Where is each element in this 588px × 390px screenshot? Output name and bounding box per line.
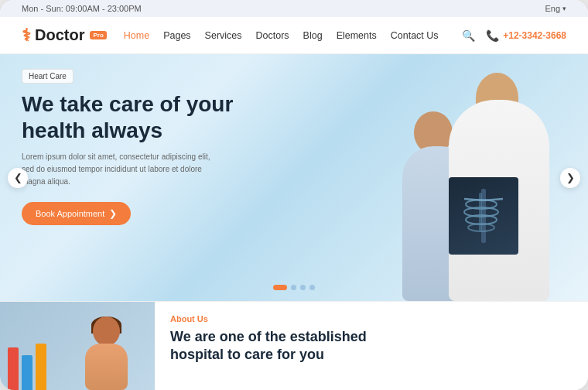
language-label: Eng xyxy=(545,4,560,13)
carousel-next-button[interactable]: ❯ xyxy=(560,168,580,188)
svg-line-7 xyxy=(484,199,503,200)
hero-title-line1: We take care of your xyxy=(22,92,233,116)
book-appointment-button[interactable]: Book Appointment ❯ xyxy=(22,202,131,225)
hero-section: Heart Care We take care of your health a… xyxy=(0,54,588,301)
chevron-right-icon: ❯ xyxy=(566,172,575,183)
hero-title: We take care of your health always xyxy=(22,91,233,143)
carousel-dot-1[interactable] xyxy=(273,285,287,290)
device-frame: Mon - Sun: 09:00AM - 23:00PM Eng ▾ ⚕ Doc… xyxy=(0,0,588,390)
business-hours: Mon - Sun: 09:00AM - 23:00PM xyxy=(22,4,142,13)
top-bar: Mon - Sun: 09:00AM - 23:00PM Eng ▾ xyxy=(0,0,588,17)
nav-links: Home Pages Services Doctors Blog Element… xyxy=(124,30,462,41)
book-1 xyxy=(8,347,19,390)
nav-pages[interactable]: Pages xyxy=(163,30,190,41)
logo-text: Doctor xyxy=(35,26,84,44)
person-body xyxy=(85,344,128,390)
book-appointment-label: Book Appointment xyxy=(36,209,104,218)
language-selector[interactable]: Eng ▾ xyxy=(545,4,566,13)
carousel-dot-2[interactable] xyxy=(291,285,296,290)
carousel-dots xyxy=(273,285,315,290)
about-title-line1: We are one of the established xyxy=(170,329,367,344)
chevron-down-icon: ▾ xyxy=(562,5,566,12)
hero-content: Heart Care We take care of your health a… xyxy=(22,68,233,225)
carousel-dot-3[interactable] xyxy=(300,285,306,290)
xray-image xyxy=(449,177,518,255)
nav-contact[interactable]: Contact Us xyxy=(391,30,439,41)
nav-right: 🔍 📞 +12-3342-3668 xyxy=(462,29,566,42)
phone-icon: 📞 xyxy=(486,29,499,42)
svg-rect-5 xyxy=(479,193,482,231)
hero-image xyxy=(265,54,588,301)
person-figure xyxy=(77,313,139,390)
xray-svg xyxy=(456,185,511,247)
bottom-image xyxy=(0,302,155,390)
hero-description: Lorem ipsum dolor sit amet, consectetur … xyxy=(22,151,223,188)
carousel-prev-button[interactable]: ❮ xyxy=(8,168,28,188)
carousel-dot-4[interactable] xyxy=(309,285,315,290)
search-icon[interactable]: 🔍 xyxy=(462,29,475,42)
phone-number: +12-3342-3668 xyxy=(503,30,566,41)
hero-badge: Heart Care xyxy=(22,69,74,84)
book-2 xyxy=(22,355,32,390)
logo[interactable]: ⚕ Doctor Pro xyxy=(22,26,107,46)
about-title: We are one of the established hospital t… xyxy=(170,328,573,364)
phone-link[interactable]: 📞 +12-3342-3668 xyxy=(486,29,566,42)
person-head xyxy=(93,316,120,346)
nav-blog[interactable]: Blog xyxy=(303,30,323,41)
arrow-right-icon: ❯ xyxy=(109,208,117,219)
logo-badge: Pro xyxy=(90,31,106,39)
logo-icon: ⚕ xyxy=(22,26,31,46)
nav-doctors[interactable]: Doctors xyxy=(256,30,289,41)
about-label: About Us xyxy=(170,314,573,323)
nav-elements[interactable]: Elements xyxy=(337,30,377,41)
chevron-left-icon: ❮ xyxy=(14,172,22,183)
navbar: ⚕ Doctor Pro Home Pages Services Doctors… xyxy=(0,17,588,54)
book-3 xyxy=(36,344,46,390)
nav-home[interactable]: Home xyxy=(124,30,149,41)
bottom-section: About Us We are one of the established h… xyxy=(0,301,588,390)
about-text: About Us We are one of the established h… xyxy=(155,302,588,390)
hero-title-line2: health always xyxy=(22,118,162,142)
nav-services[interactable]: Services xyxy=(205,30,242,41)
books-decoration xyxy=(8,344,46,390)
about-title-line2: hospital to care for you xyxy=(170,347,324,362)
